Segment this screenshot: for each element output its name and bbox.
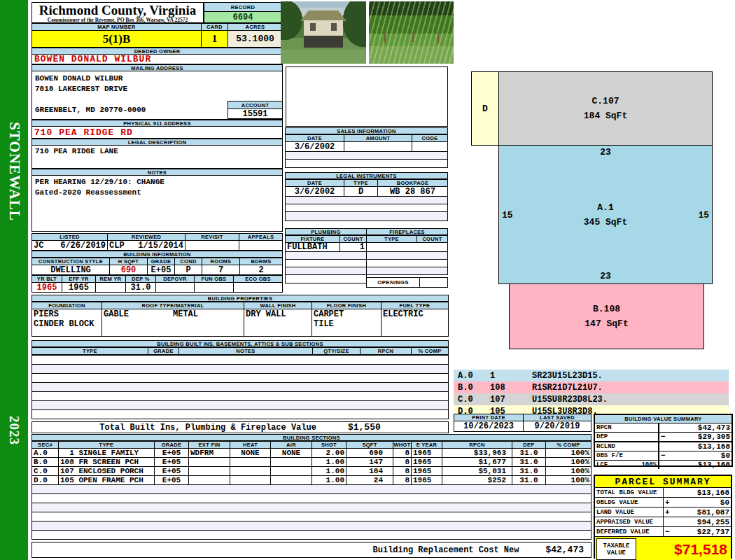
- sales-information-title: SALES INFORMATION: [285, 127, 448, 134]
- instrument-bookpage: WB 28 867: [378, 187, 447, 196]
- cell: $252: [442, 476, 512, 484]
- cell: 100%: [546, 449, 591, 457]
- replacement-cost-label: Building Replacement Cost New: [373, 545, 519, 555]
- county-title: Richmond County, Virginia: [32, 3, 203, 17]
- vector-code: 108: [490, 383, 532, 393]
- mailing-line: 7818 LAKECREST DRIVE: [35, 85, 127, 93]
- col-label: DEPOVR: [156, 276, 195, 282]
- col-label: AIR: [271, 442, 312, 448]
- account-number: 15591: [227, 108, 283, 119]
- parcel-row: APPRAISED VALUE$94,255: [595, 517, 731, 527]
- map-number: 5(1)B: [31, 30, 202, 48]
- cell: 100%: [546, 458, 591, 466]
- col-label: ROOMS: [202, 258, 240, 265]
- roof-cell: GABLEMETAL: [102, 309, 244, 336]
- cell: 1.00: [312, 467, 346, 475]
- building-section-row: C.0 107 ENCLOSED PORCH E+05 1.00 184 8 1…: [31, 466, 592, 476]
- cell: [271, 467, 312, 475]
- building-properties-value-row: PIERSCINDER BLOCK GABLEMETAL DRY WALL CA…: [31, 309, 449, 337]
- section-b-area: 147 SqFt: [584, 316, 628, 331]
- district-sidebar: STONEWALL 2023: [0, 0, 28, 560]
- mailing-line: BOWEN DONALD WILBUR: [35, 74, 122, 83]
- note-line: PER HEARING 12/29/10: CHANGE: [35, 178, 164, 186]
- cell: 147: [346, 458, 393, 466]
- tax-year: 2023: [6, 416, 22, 445]
- cell: P: [175, 265, 202, 274]
- cell: 24: [346, 476, 393, 484]
- photo-house: [281, 1, 366, 64]
- listed-initials: JC: [34, 241, 43, 250]
- sales-row: 3/6/2002: [285, 141, 448, 152]
- col-label: DEP %: [126, 276, 156, 282]
- photo-field: [369, 1, 454, 64]
- fence-post: [412, 32, 414, 42]
- col-label: WALL FINISH: [244, 302, 312, 309]
- parcel-summary-title: PARCEL SUMMARY: [595, 476, 731, 488]
- parcel-value: $0: [720, 498, 729, 507]
- parcel-row: TOTAL BLDG VALUE$13,168: [595, 488, 731, 498]
- col-label: DEP: [512, 442, 546, 448]
- cell: 1965: [412, 476, 442, 484]
- cell: [189, 458, 230, 466]
- commissioner-line: Commissioner of the Revenue, PO Box 366,…: [32, 17, 203, 23]
- dimension-right: 15: [698, 209, 709, 220]
- parcel-row: LAND VALUE+$81,087: [595, 507, 731, 517]
- sales-empty-row: [285, 159, 448, 168]
- dimension-bottom: 23: [600, 271, 611, 281]
- legal-instrument-row: 3/6/2002 D WB 28 867: [285, 186, 448, 197]
- col-label: TYPE: [32, 348, 148, 354]
- house-wall: [304, 20, 343, 36]
- cell: E+05: [148, 265, 175, 274]
- col-label: FIXTURE: [286, 236, 340, 242]
- cell: C.0: [32, 467, 59, 475]
- section-c-label: C.107: [592, 94, 619, 108]
- reviewed-label: REVIEWED: [108, 234, 186, 240]
- foundation-cell: PIERSCINDER BLOCK: [32, 309, 102, 336]
- deeded-owner: BOWEN DONALD WILBUR: [31, 54, 283, 64]
- summary-row: OBS F/E−$0: [595, 451, 732, 461]
- col-label: NOTES: [179, 348, 313, 354]
- cell: 1965: [412, 449, 442, 457]
- cell: $5,031: [442, 467, 512, 475]
- parcel-sign: +: [665, 508, 670, 517]
- fence-post: [438, 34, 439, 43]
- fireplace-empty-row: [366, 267, 448, 275]
- col-label: TYPE: [367, 236, 417, 242]
- house-window: [310, 23, 316, 31]
- district-name: STONEWALL: [6, 122, 23, 221]
- cell: NONE: [230, 449, 271, 457]
- roof-type: GABLE: [104, 309, 129, 319]
- plumbing-count: 1: [340, 243, 366, 251]
- revisit-cell: [186, 241, 239, 250]
- built-ins-title: BUILDING BUILT INS, BASEMENTS, ATTICS & …: [31, 340, 449, 347]
- cell: 105 OPEN FRAME PCH: [59, 476, 155, 484]
- fireplace-empty-row: [366, 242, 448, 252]
- parcel-value: $13,168: [697, 489, 729, 497]
- building-info-value-row: DWELLING 690 E+05 P 7 2: [31, 265, 283, 275]
- sale-amount: [344, 142, 412, 151]
- instrument-type: D: [344, 187, 378, 196]
- cell: 1.00: [312, 476, 346, 484]
- listed-cell: JC6/26/2019: [32, 241, 108, 250]
- cell: 8: [393, 476, 412, 484]
- cell: A.0: [32, 449, 59, 457]
- listed-label: LISTED: [32, 234, 108, 240]
- building-value-summary-title: BUILDING VALUE SUMMARY: [595, 415, 732, 424]
- sale-code: [412, 142, 447, 151]
- cell: 31.0: [512, 467, 546, 475]
- parcel-sign: +: [665, 498, 670, 507]
- summary-label: RCLND: [595, 442, 659, 451]
- summary-row: RPCN$42,473: [595, 424, 732, 433]
- sketch-vector-row: C.0107U15SU8R23D8L23.: [454, 393, 729, 405]
- cell: 7: [202, 265, 240, 274]
- floor-finish-value: TILE: [314, 319, 344, 329]
- house-screened-porch: [304, 36, 343, 48]
- col-label: FUEL TYPE: [382, 302, 448, 309]
- col-label: WHGT: [393, 442, 412, 448]
- summary-row: DEP−$29,305: [595, 433, 732, 442]
- physical-address: 710 PEA RIDGE RD: [31, 126, 283, 139]
- building-section-row: D.0 105 OPEN FRAME PCH E+05 1.00 24 8 19…: [31, 475, 592, 485]
- vector-code: 1: [490, 371, 532, 381]
- fuel-type-cell: ELECTRIC: [382, 309, 448, 336]
- total-built-ins-row: Total Built Ins, Plumbing & Fireplace Va…: [31, 421, 449, 433]
